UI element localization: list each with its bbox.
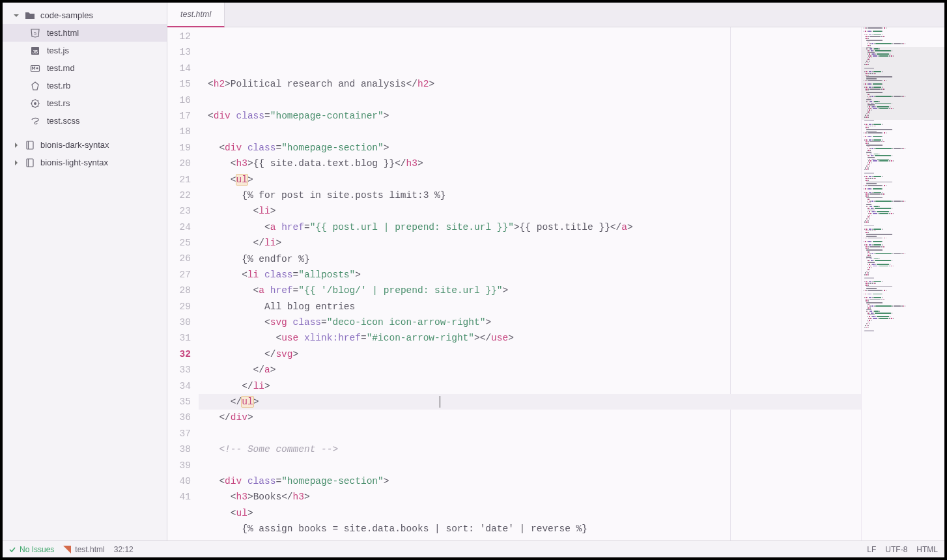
svg-point-5 [34,102,36,105]
repo-icon [25,140,35,150]
file-item-test-scss[interactable]: test.scss [3,112,167,130]
svg-rect-6 [27,141,33,149]
file-label: test.js [47,46,69,55]
check-icon [9,546,16,553]
file-icon [30,116,40,126]
svg-text:5: 5 [34,31,36,36]
status-line-ending[interactable]: LF [867,545,876,554]
minimap-viewport[interactable] [862,47,944,120]
file-icon [30,63,40,74]
repo-icon [25,158,35,168]
file-item-test-rs[interactable]: test.rs [3,94,167,112]
file-item-test-js[interactable]: JStest.js [3,42,167,59]
chevron-right-icon [13,160,20,166]
git-diff-icon [63,546,71,553]
file-tree[interactable]: code-samples 5test.htmlJStest.jstest.mdt… [3,3,167,540]
minimap[interactable] [861,27,944,540]
main-area: code-samples 5test.htmlJStest.jstest.mdt… [3,3,944,540]
file-item-test-rb[interactable]: test.rb [3,77,167,94]
status-cursor-position[interactable]: 32:12 [114,545,134,554]
editor-pane: test.html 121314151617181920212223242526… [167,3,944,540]
file-label: test.rb [47,81,70,91]
app-window: code-samples 5test.htmlJStest.jstest.mdt… [3,3,944,557]
status-issues[interactable]: No Issues [9,545,54,554]
status-cursor-label: 32:12 [114,545,134,554]
file-label: test.rs [47,98,70,108]
status-language[interactable]: HTML [916,545,938,554]
tab-title: test.html [180,10,211,19]
status-encoding[interactable]: UTF-8 [885,545,907,554]
file-item-test-md[interactable]: test.md [3,59,167,77]
status-file-label: test.html [75,545,104,554]
line-number-gutter: 1213141516171819202122232425262728293031… [167,27,199,540]
folder-item-bionis-dark-syntax[interactable]: bionis-dark-syntax [3,136,167,154]
status-issues-label: No Issues [20,545,54,554]
svg-rect-8 [27,159,33,167]
file-icon: JS [30,46,40,56]
svg-text:JS: JS [33,49,38,54]
file-item-test-html[interactable]: 5test.html [3,24,167,42]
status-bar: No Issues test.html 32:12 LF UTF-8 HTML [3,540,944,557]
file-icon [30,98,40,109]
code-content[interactable]: <h2>Political research and analysis</h2>… [199,27,861,540]
file-label: test.md [47,63,75,73]
file-icon: 5 [30,28,40,38]
folder-label: code-samples [40,10,93,20]
tree-root-folder[interactable]: code-samples [3,7,167,24]
folder-icon [25,10,35,21]
folder-label: bionis-light-syntax [40,158,108,167]
file-label: test.scss [47,116,80,126]
editor-area[interactable]: 1213141516171819202122232425262728293031… [167,27,944,540]
folder-label: bionis-dark-syntax [40,140,109,150]
chevron-right-icon [13,142,20,148]
tab-test-html[interactable]: test.html [167,3,225,27]
status-git[interactable]: test.html [63,545,104,554]
chevron-down-icon [13,12,20,19]
folder-item-bionis-light-syntax[interactable]: bionis-light-syntax [3,154,167,171]
file-label: test.html [47,28,79,38]
file-icon [30,81,40,91]
tab-bar: test.html [167,3,944,27]
